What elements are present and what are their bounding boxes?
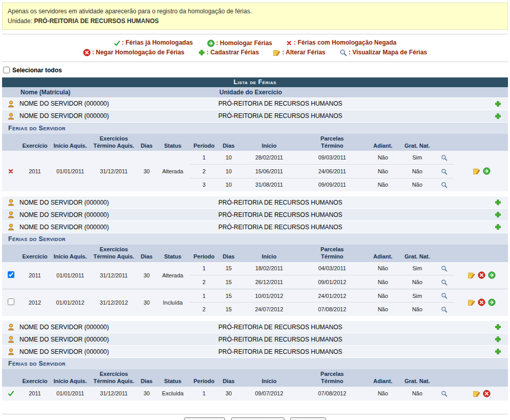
visualizar-mapa-icon[interactable] <box>441 182 447 188</box>
selecionar-ferias-checkbox[interactable] <box>8 298 14 305</box>
server-row: NOME DO SERVIDOR (000000) PRÓ-REITORIA D… <box>2 321 508 333</box>
ferias-homologadas-icon <box>8 390 14 396</box>
visualizar-mapa-icon[interactable] <box>441 168 447 175</box>
adiant-cell: Não <box>365 164 401 178</box>
visualizar-mapa-icon[interactable] <box>441 306 447 313</box>
periodo-cell: 1 <box>190 387 218 401</box>
col-termino-aquis: Exercícios Término Aquis. <box>90 369 137 387</box>
visualizar-mapa-icon[interactable] <box>441 390 447 397</box>
col-status: Status <box>156 245 190 262</box>
negar-homologacao-icon[interactable] <box>478 271 485 279</box>
server-name: NOME DO SERVIDOR (000000) <box>19 100 218 107</box>
person-icon <box>2 112 19 120</box>
selecionar-ferias-checkbox[interactable] <box>8 271 14 278</box>
negar-homologacao-icon[interactable] <box>483 390 491 397</box>
ferias-record-row: 2012 01/01/2012 31/12/2012 30 Incluída 1… <box>2 289 508 303</box>
alterar-ferias-icon[interactable] <box>467 298 475 306</box>
homologar-ferias-icon[interactable] <box>483 167 491 175</box>
termino-cell: 09/09/2011 <box>299 178 365 191</box>
cadastrar-ferias-icon[interactable] <box>487 348 508 355</box>
ferias-record-row: 2011 01/01/2011 31/12/2011 30 Alterada 1… <box>2 262 508 275</box>
grat-nat-cell: Não <box>401 178 434 191</box>
grat-nat-cell: Não <box>401 164 434 178</box>
person-icon <box>2 198 19 206</box>
periodo-cell: 1 <box>190 262 218 275</box>
cadastrar-ferias-icon[interactable] <box>487 199 508 206</box>
visualizar-mapa-icon[interactable] <box>441 292 447 299</box>
select-all-label: Selecionar todos <box>12 67 62 74</box>
unit-label: Unidade: <box>8 17 32 25</box>
unit-value: PRÓ-REITORIA DE RECURSOS HUMANOS <box>34 17 158 25</box>
server-name: NOME DO SERVIDOR (000000) <box>19 112 218 119</box>
ferias-table: Exercício Início Aquis. Exercícios Térmi… <box>2 134 508 191</box>
select-all-checkbox[interactable] <box>3 67 10 73</box>
cadastrar-ferias-icon[interactable] <box>487 324 508 330</box>
termino-aquis-cell: 31/12/2011 <box>90 387 137 401</box>
inicio-cell: 26/12/2011 <box>239 275 299 289</box>
server-unit: PRÓ-REITORIA DE RECURSOS HUMANOS <box>218 336 487 343</box>
person-icon <box>2 100 19 108</box>
dias-parcela-cell: 15 <box>218 262 239 275</box>
server-unit: PRÓ-REITORIA DE RECURSOS HUMANOS <box>218 112 487 119</box>
ferias-record-row: 2011 01/01/2011 31/12/2011 30 Excluída 1… <box>2 387 508 401</box>
visualizar-mapa-icon[interactable] <box>441 154 447 161</box>
col-grat-nat: Grat. Nat. <box>401 369 434 387</box>
grat-nat-cell: Não <box>401 387 434 401</box>
dias-parcela-cell: 30 <box>218 387 239 401</box>
cancelar-button[interactable]: Cancelar <box>290 417 326 420</box>
visualizar-mapa-icon[interactable] <box>441 265 447 272</box>
cadastrar-ferias-icon[interactable] <box>487 224 508 230</box>
periodo-cell: 2 <box>190 275 218 289</box>
grat-nat-cell: Não <box>401 275 434 289</box>
inicio-cell: 09/07/2012 <box>239 387 299 401</box>
homologar-ferias-icon[interactable] <box>488 298 496 306</box>
col-inicio-aquis: Início Aquis. <box>50 245 90 262</box>
person-icon <box>2 335 19 343</box>
col-dias: Dias <box>137 369 156 387</box>
grat-nat-cell: Sim <box>401 262 434 275</box>
col-termino-aquis: Exercícios Término Aquis. <box>90 134 137 151</box>
adiant-cell: Não <box>365 275 401 289</box>
server-name: NOME DO SERVIDOR (000000) <box>19 336 218 343</box>
col-periodo: Período <box>190 369 218 387</box>
col-inicio: Início <box>239 369 299 387</box>
ferias-record-row: 2011 01/01/2011 31/12/2011 30 Alterada 1… <box>2 151 508 164</box>
adiant-cell: Não <box>365 151 401 164</box>
termino-cell: 07/08/2012 <box>299 303 365 316</box>
col-status: Status <box>156 369 190 387</box>
gerar-relatorio-button[interactable]: Gerar Relatório <box>231 417 284 420</box>
exercicio-cell: 2011 <box>19 151 50 191</box>
negar-homologacao-icon[interactable] <box>478 298 485 306</box>
status-cell: Alterada <box>156 262 190 289</box>
col-dias: Dias <box>137 245 156 262</box>
server-row: NOME DO SERVIDOR (000000) PRÓ-REITORIA D… <box>2 98 508 110</box>
legend: : Férias já Homologadas : Homologar Féri… <box>2 34 508 62</box>
cadastrar-ferias-icon[interactable] <box>487 336 508 343</box>
cadastrar-ferias-icon[interactable] <box>487 113 508 119</box>
homologar-icon <box>207 39 215 47</box>
server-row: NOME DO SERVIDOR (000000) PRÓ-REITORIA D… <box>2 209 508 221</box>
cadastrar-ferias-icon[interactable] <box>487 101 508 107</box>
dias-parcela-cell: 15 <box>218 289 239 303</box>
server-unit: PRÓ-REITORIA DE RECURSOS HUMANOS <box>218 348 487 355</box>
termino-aquis-cell: 31/12/2011 <box>90 151 137 191</box>
alterar-ferias-icon[interactable] <box>473 167 480 175</box>
list-columns-header: Nome (Matrícula) Unidade do Exercício <box>2 87 508 98</box>
col-periodo: Período <box>190 134 218 151</box>
alterar-ferias-icon[interactable] <box>467 271 475 279</box>
col-adiant: Adiant. <box>365 134 401 151</box>
server-name: NOME DO SERVIDOR (000000) <box>19 348 218 355</box>
col-dias-parcela: Dias <box>218 134 239 151</box>
homologar-button[interactable]: Homologar <box>184 417 226 420</box>
homologar-ferias-icon[interactable] <box>488 271 496 279</box>
section-header: Férias do Servidor <box>2 233 508 245</box>
info-box: Apenas os servidores em atividade aparec… <box>2 3 508 30</box>
server-unit: PRÓ-REITORIA DE RECURSOS HUMANOS <box>218 211 487 218</box>
visualizar-mapa-icon[interactable] <box>441 279 447 286</box>
detail-header-row: Exercício Início Aquis. Exercícios Térmi… <box>2 134 508 151</box>
dias-cell: 30 <box>137 289 156 316</box>
server-row: NOME DO SERVIDOR (000000) PRÓ-REITORIA D… <box>2 333 508 346</box>
dias-cell: 30 <box>137 262 156 289</box>
alterar-ferias-icon[interactable] <box>473 390 480 397</box>
cadastrar-ferias-icon[interactable] <box>487 211 508 218</box>
